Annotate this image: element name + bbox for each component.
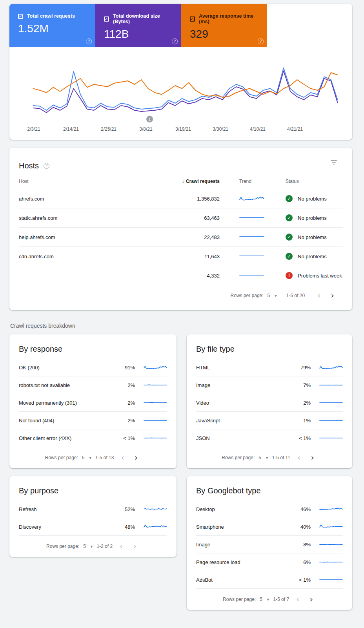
column-header-trend[interactable]: Trend	[220, 179, 278, 184]
rows-per-page-select[interactable]: 5▾	[82, 455, 91, 460]
breakdown-grid: By response OK (200) 91% robots.txt not …	[9, 334, 352, 610]
previous-page-button[interactable]: ‹	[314, 292, 324, 300]
metric-chip-label: Total crawl requests	[27, 13, 75, 19]
pagination-range: 1-5 of 7	[273, 597, 289, 602]
host-row[interactable]: 4,332 !Problems last week	[19, 266, 343, 285]
trend-sparkline	[144, 363, 167, 371]
x-axis-tick: 3/19/21	[175, 126, 191, 132]
pagination-range: 1-5 of 13	[95, 455, 114, 460]
column-header-host[interactable]: Host	[19, 179, 172, 184]
breakdown-card-by-response: By response OK (200) 91% robots.txt not …	[9, 334, 177, 468]
breakdown-row-label: AdsBot	[196, 577, 288, 583]
help-icon[interactable]: ?	[172, 38, 178, 44]
breakdown-row[interactable]: Discovery 48%	[19, 518, 167, 536]
breakdown-row-label: Image	[196, 542, 288, 548]
breakdown-row[interactable]: HTML 79%	[196, 359, 343, 376]
breakdown-row[interactable]: Refresh 52%	[19, 500, 167, 518]
breakdown-row[interactable]: JavaScript 1%	[196, 412, 343, 429]
breakdown-row[interactable]: JSON < 1%	[196, 429, 343, 447]
breakdown-row-percent: 6%	[288, 559, 311, 565]
host-row[interactable]: help.ahrefs.com 22,483 ✓No problems	[19, 228, 343, 247]
help-icon[interactable]: ?	[44, 163, 49, 169]
column-header-crawl-requests[interactable]: ↓Crawl requests	[172, 178, 220, 184]
rows-per-page-select[interactable]: 5▾	[258, 455, 268, 460]
trend-sparkline	[144, 523, 167, 531]
breakdown-row-label: Not found (404)	[19, 418, 112, 424]
trend-sparkline	[239, 271, 264, 281]
breakdown-row[interactable]: Moved permanently (301) 2%	[19, 394, 167, 412]
breakdown-row[interactable]: Other client error (4XX) < 1%	[19, 429, 167, 447]
chart-annotation-marker[interactable]: 1	[146, 116, 153, 122]
metric-chip-avg-response-time[interactable]: ✓ Average response time (ms) 329 ?	[181, 4, 267, 47]
x-axis-labels: 2/3/21 2/14/21 2/25/21 3/8/21 3/19/21 3/…	[9, 126, 352, 134]
rows-per-page-select[interactable]: 5 ▾	[268, 293, 277, 298]
breakdown-row-percent: 52%	[112, 506, 135, 512]
breakdown-row[interactable]: Image 7%	[196, 376, 343, 394]
metric-chip-total-crawl-requests[interactable]: ✓ Total crawl requests 1.52M ?	[9, 4, 95, 47]
trend-sparkline	[144, 416, 167, 424]
breakdown-row-label: Other client error (4XX)	[19, 435, 112, 441]
trend-sparkline	[319, 434, 343, 442]
breakdown-row[interactable]: OK (200) 91%	[19, 359, 167, 376]
next-page-button[interactable]: ›	[131, 454, 141, 462]
trend-sparkline	[319, 399, 343, 407]
checkbox-checked-icon[interactable]: ✓	[18, 14, 23, 19]
column-header-status[interactable]: Status	[278, 179, 343, 184]
dropdown-arrow-icon: ▾	[275, 293, 277, 298]
breakdown-row[interactable]: Desktop 46%	[196, 500, 343, 518]
rows-per-page-label: Rows per page:	[231, 293, 264, 298]
pagination-range: 1-2 of 2	[96, 544, 113, 549]
previous-page-button[interactable]: ‹	[118, 454, 127, 462]
breakdown-row[interactable]: Page resource load 6%	[196, 553, 343, 571]
breakdown-row[interactable]: Image 8%	[196, 536, 343, 553]
rows-per-page-label: Rows per page:	[45, 455, 78, 460]
breakdown-row-percent: 2%	[112, 382, 135, 388]
rows-per-page-select[interactable]: 5▾	[260, 597, 269, 602]
breakdown-row[interactable]: Not found (404) 2%	[19, 412, 167, 429]
previous-page-button[interactable]: ‹	[116, 542, 126, 551]
pagination-range: 1-5 of 20	[286, 293, 305, 298]
metric-chip-total-download-size[interactable]: ✓ Total download size (Bytes) 112B ?	[95, 4, 181, 47]
host-row[interactable]: cdn.ahrefs.com 11,643 ✓No problems	[19, 247, 343, 266]
dropdown-arrow-icon: ▾	[89, 455, 92, 460]
breakdown-row-label: Page resource load	[196, 559, 288, 565]
previous-page-button[interactable]: ‹	[294, 454, 304, 462]
breakdown-row-percent: 1%	[288, 418, 311, 424]
filter-icon[interactable]	[330, 159, 337, 165]
trend-sparkline	[319, 363, 343, 371]
breakdown-row-label: OK (200)	[19, 365, 112, 371]
breakdown-row-label: Smartphone	[196, 524, 288, 530]
checkbox-checked-icon[interactable]: ✓	[104, 16, 109, 22]
next-page-button[interactable]: ›	[328, 292, 337, 300]
rows-per-page-label: Rows per page:	[46, 544, 79, 549]
trend-sparkline	[319, 540, 343, 548]
help-icon[interactable]: ?	[86, 38, 92, 44]
previous-page-button[interactable]: ‹	[293, 595, 302, 604]
breakdown-row-label: Image	[196, 382, 288, 388]
help-icon[interactable]: ?	[258, 38, 264, 44]
checkmark-icon: ✓	[105, 16, 108, 22]
pagination-range: 1-5 of 11	[272, 455, 290, 460]
metric-chip-value: 1.52M	[18, 22, 89, 35]
trend-sparkline	[319, 505, 343, 513]
breakdown-row[interactable]: AdsBot < 1%	[196, 571, 343, 589]
next-page-button[interactable]: ›	[308, 454, 317, 462]
rows-per-page-label: Rows per page:	[223, 597, 256, 602]
trend-sparkline	[239, 252, 264, 261]
breakdown-row-label: Refresh	[19, 506, 112, 512]
breakdown-row[interactable]: Video 2%	[196, 394, 343, 412]
checkbox-checked-icon[interactable]: ✓	[190, 16, 195, 22]
next-page-button[interactable]: ›	[130, 542, 139, 551]
host-crawl-requests: 4,332	[172, 273, 220, 279]
breakdown-pagination: Rows per page: 5▾ 1-5 of 11 ‹ ›	[196, 447, 343, 468]
breakdown-row[interactable]: Smartphone 40%	[196, 518, 343, 536]
next-page-button[interactable]: ›	[306, 595, 316, 604]
rows-per-page-select[interactable]: 5▾	[83, 544, 93, 549]
breakdown-row-label: Video	[196, 400, 288, 406]
rows-per-page-label: Rows per page:	[222, 455, 255, 460]
trend-sparkline	[144, 434, 167, 442]
host-row[interactable]: static.ahrefs.com 63,463 ✓No problems	[19, 208, 343, 228]
host-row[interactable]: ahrefs.com 1,356,832 ✓No problems	[19, 189, 343, 208]
trend-sparkline	[144, 399, 167, 407]
breakdown-row[interactable]: robots.txt not available 2%	[19, 376, 167, 394]
